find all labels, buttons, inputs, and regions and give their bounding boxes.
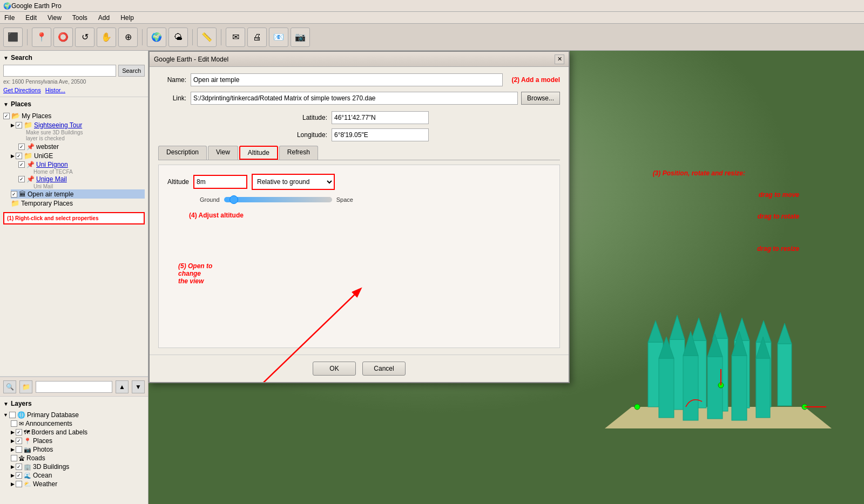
name-input[interactable] — [191, 73, 503, 86]
places-open-air[interactable]: ✓ 🏛 Open air temple — [11, 189, 145, 199]
menu-add[interactable]: Add — [96, 13, 112, 23]
search-header[interactable]: ▼ Search — [3, 54, 145, 62]
toolbar-share-btn[interactable]: 📧 — [269, 28, 288, 47]
toolbar-overlay-btn[interactable]: ✋ — [97, 28, 116, 47]
3d-cb[interactable]: ✓ — [16, 464, 22, 470]
search-button[interactable]: Search — [118, 65, 145, 77]
unige-expand[interactable]: ▶ — [11, 153, 15, 159]
places-uni-pignon[interactable]: ✓ 📌 Uni Pignon — [18, 160, 145, 169]
link-row: Link: Browse... — [158, 92, 560, 105]
toolbar-sky-btn[interactable]: 🌤 — [168, 28, 188, 47]
borders-expand[interactable]: ▶ — [11, 430, 15, 435]
toolbar-globe-btn[interactable]: 🌍 — [147, 28, 166, 47]
primary-db-expand[interactable]: ▼ — [3, 412, 8, 418]
latitude-input[interactable] — [332, 111, 429, 124]
unige-cb[interactable]: ✓ — [16, 153, 22, 159]
photos-icon: 📷 — [24, 446, 31, 453]
toolbar-print-btn[interactable]: 🖨 — [247, 28, 267, 47]
my-places-cb[interactable]: ✓ — [3, 113, 10, 119]
places-webster[interactable]: ✓ 📌 webster — [18, 142, 145, 151]
longitude-input[interactable] — [332, 128, 429, 141]
layer-photos[interactable]: ▶ 📷 Photos — [11, 445, 145, 454]
layer-places[interactable]: ▶ ✓ 📍 Places — [11, 437, 145, 445]
3d-expand[interactable]: ▶ — [11, 464, 15, 469]
weather-expand[interactable]: ▶ — [11, 481, 15, 487]
ocean-cb[interactable]: ✓ — [16, 472, 22, 479]
history-link[interactable]: Histor... — [45, 87, 65, 93]
altitude-mode-select[interactable]: Relative to ground Absolute Clamped to g… — [253, 175, 334, 189]
svg-rect-30 — [732, 356, 747, 420]
link-input[interactable] — [191, 92, 518, 105]
uni-pignon-note: Home of TECFA — [33, 169, 145, 175]
toolbar-model-btn[interactable]: ⊕ — [118, 28, 138, 47]
places-temp[interactable]: 📁 Temporary Places — [11, 199, 145, 208]
primary-db-cb[interactable] — [9, 412, 16, 418]
name-label: Name: — [158, 76, 191, 84]
altitude-slider[interactable] — [224, 197, 332, 202]
layer-borders[interactable]: ▶ ✓ 🗺 Borders and Labels — [11, 428, 145, 437]
layer-ocean[interactable]: ▶ ✓ 🌊 Ocean — [11, 471, 145, 480]
places-expand[interactable]: ▶ — [11, 438, 15, 444]
layer-weather[interactable]: ▶ ⛅ Weather — [11, 480, 145, 488]
sightseeing-cb[interactable]: ✓ — [16, 122, 22, 128]
menu-edit[interactable]: Edit — [23, 13, 39, 23]
weather-cb[interactable] — [16, 481, 22, 487]
left-search-input[interactable] — [36, 381, 112, 393]
menu-file[interactable]: File — [2, 13, 17, 23]
sightseeing-expand[interactable]: ▶ — [11, 122, 15, 128]
my-places-label: My Places — [22, 112, 51, 120]
toolbar-polygon-btn[interactable]: ⭕ — [53, 28, 73, 47]
toolbar-path-btn[interactable]: ↺ — [75, 28, 94, 47]
toolbar-placemark-btn[interactable]: 📍 — [32, 28, 51, 47]
webster-cb[interactable]: ✓ — [18, 144, 25, 150]
toolbar-camera-btn[interactable]: 📷 — [291, 28, 310, 47]
layers-header[interactable]: ▼ Layers — [3, 400, 145, 407]
altitude-input[interactable] — [193, 175, 247, 189]
tab-description[interactable]: Description — [158, 146, 207, 160]
open-air-cb[interactable]: ✓ — [11, 191, 17, 197]
menu-view[interactable]: View — [45, 13, 64, 23]
ocean-expand[interactable]: ▶ — [11, 473, 15, 478]
menu-help[interactable]: Help — [118, 13, 136, 23]
announcements-cb[interactable] — [11, 420, 17, 427]
layer-primary-db[interactable]: ▼ 🌐 Primary Database — [3, 411, 145, 419]
uni-pignon-cb[interactable]: ✓ — [18, 161, 25, 168]
toolbar-email-btn[interactable]: ✉ — [226, 28, 245, 47]
cancel-button[interactable]: Cancel — [362, 362, 406, 376]
roads-cb[interactable] — [11, 455, 17, 461]
layer-3d-buildings[interactable]: ▶ ✓ 🏢 3D Buildings — [11, 462, 145, 471]
places-unige-mail[interactable]: ✓ 📌 Unige Mail — [18, 175, 145, 183]
toolbar-nav-btn[interactable]: ⬛ — [3, 28, 23, 47]
borders-cb[interactable]: ✓ — [16, 429, 22, 435]
toolbar-ruler-btn[interactable]: 📏 — [197, 28, 217, 47]
search-btn[interactable]: 🔍 — [3, 380, 16, 393]
browse-button[interactable]: Browse... — [521, 92, 560, 105]
tab-altitude[interactable]: Altitude — [239, 146, 278, 160]
left-panel: ▼ Search Search ex: 1600 Pennsylvania Av… — [0, 51, 148, 504]
search-input[interactable] — [3, 65, 116, 77]
places-cb2[interactable]: ✓ — [16, 438, 22, 444]
layer-announcements[interactable]: ✉ Announcements — [11, 419, 145, 428]
places-header[interactable]: ▼ Places — [3, 100, 145, 108]
up-btn[interactable]: ▲ — [116, 380, 129, 393]
places-sightseeing[interactable]: ▶ ✓ 📁 Sightseeing Tour — [11, 120, 145, 130]
down-btn[interactable]: ▼ — [132, 380, 145, 393]
right-area: (3) Position, rotate and resize: drag to… — [148, 51, 864, 504]
folder-btn[interactable]: 📁 — [19, 380, 32, 393]
photos-expand[interactable]: ▶ — [11, 447, 15, 452]
dialog-close-btn[interactable]: ✕ — [555, 55, 564, 64]
unige-mail-cb[interactable]: ✓ — [18, 176, 25, 182]
ground-label: Ground — [200, 196, 220, 203]
tab-view[interactable]: View — [208, 146, 238, 160]
ok-button[interactable]: OK — [313, 362, 356, 376]
toolbar-sep4 — [221, 29, 221, 45]
menu-tools[interactable]: Tools — [70, 13, 90, 23]
photos-cb[interactable] — [16, 446, 22, 453]
places-my-places[interactable]: ✓ 📂 My Places — [3, 111, 145, 120]
layer-roads[interactable]: 🛣 Roads — [11, 454, 145, 462]
get-directions-link[interactable]: Get Directions — [3, 87, 41, 93]
places-unige[interactable]: ▶ ✓ 📁 UniGE — [11, 151, 145, 160]
tab-refresh[interactable]: Refresh — [279, 146, 318, 160]
svg-marker-19 — [734, 318, 750, 340]
search-links: Get Directions Histor... — [3, 87, 145, 93]
